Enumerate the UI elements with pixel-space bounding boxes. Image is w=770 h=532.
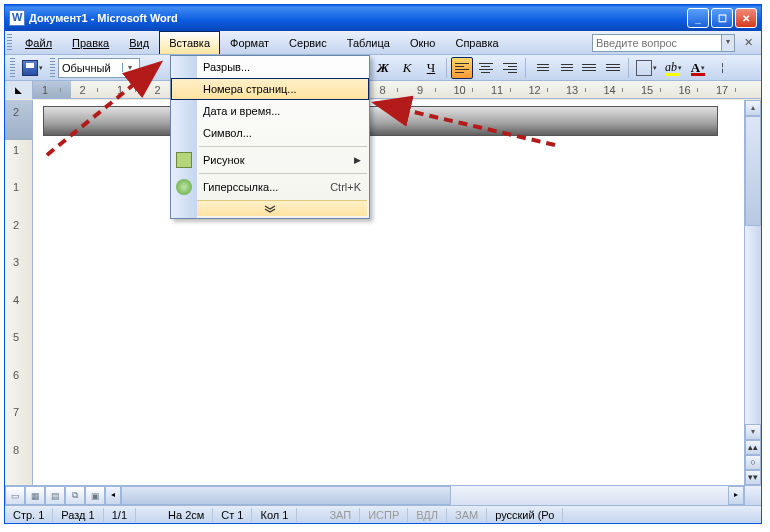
menu-file[interactable]: Файл	[15, 31, 62, 54]
vruler-tick: 5	[13, 331, 19, 343]
menubar-close-icon[interactable]: ✕	[741, 36, 755, 50]
bullet-list-button[interactable]	[554, 57, 576, 79]
borders-button[interactable]: ▾	[633, 57, 660, 79]
status-col[interactable]: Кол 1	[252, 508, 297, 522]
titlebar: Документ1 - Microsoft Word _ ☐ ✕	[5, 5, 761, 31]
view-and-hscroll-bar: ▭ ▦ ▤ ⧉ ▣ ◂ ▸	[5, 485, 761, 505]
ruler-tick: 11	[491, 84, 499, 96]
prev-page-button[interactable]: ▴▴	[745, 440, 761, 455]
window-title: Документ1 - Microsoft Word	[29, 12, 178, 24]
menu-edit[interactable]: Правка	[62, 31, 119, 54]
menu-item-break[interactable]: Разрыв...	[171, 56, 369, 78]
toolbar-grip[interactable]	[50, 58, 55, 78]
browse-object-button[interactable]: ○	[745, 455, 761, 470]
vruler-tick: 4	[13, 294, 19, 306]
menubar: Файл Правка Вид Вставка Формат Сервис Та…	[5, 31, 761, 55]
app-window: Документ1 - Microsoft Word _ ☐ ✕ Файл Пр…	[4, 4, 762, 524]
status-language[interactable]: русский (Ро	[487, 508, 563, 522]
page-top-edge	[43, 106, 718, 136]
vruler-tick: 2	[13, 106, 19, 118]
increase-indent-button[interactable]	[602, 57, 624, 79]
ruler-tick: 15	[641, 84, 649, 96]
chevron-down-icon	[264, 205, 276, 213]
menu-item-hyperlink[interactable]: Гиперссылка... Ctrl+K	[171, 176, 369, 198]
menu-item-page-numbers[interactable]: Номера страниц...	[171, 78, 369, 100]
underline-button[interactable]: Ч	[420, 57, 442, 79]
menu-item-symbol[interactable]: Символ...	[171, 122, 369, 144]
scroll-right-button[interactable]: ▸	[728, 486, 744, 505]
document-area: 2112345678 ▴ ▾ ▴▴ ○ ▾▾	[5, 100, 761, 485]
statusbar: Стр. 1 Разд 1 1/1 На 2см Ст 1 Кол 1 ЗАП …	[5, 505, 761, 523]
menu-tools[interactable]: Сервис	[279, 31, 337, 54]
save-button[interactable]: ▾	[19, 57, 46, 79]
align-right-button[interactable]	[499, 57, 521, 79]
vruler-tick: 7	[13, 406, 19, 418]
ruler-tick: 13	[566, 84, 574, 96]
help-search-input[interactable]	[592, 34, 722, 52]
status-at[interactable]: На 2см	[160, 508, 213, 522]
vertical-scrollbar[interactable]: ▴ ▾ ▴▴ ○ ▾▾	[744, 100, 761, 485]
menu-window[interactable]: Окно	[400, 31, 446, 54]
bold-button[interactable]: Ж	[372, 57, 394, 79]
menu-item-date-time[interactable]: Дата и время...	[171, 100, 369, 122]
menu-expand-button[interactable]	[173, 200, 367, 216]
align-left-button[interactable]	[451, 57, 473, 79]
picture-icon	[176, 152, 192, 168]
vruler-tick: 6	[13, 369, 19, 381]
close-button[interactable]: ✕	[735, 8, 757, 28]
status-trk[interactable]: ИСПР	[360, 508, 408, 522]
align-center-button[interactable]	[475, 57, 497, 79]
status-ovr[interactable]: ЗАМ	[447, 508, 487, 522]
word-app-icon	[9, 10, 25, 26]
decrease-indent-button[interactable]	[578, 57, 600, 79]
menu-help[interactable]: Справка	[445, 31, 508, 54]
scroll-left-button[interactable]: ◂	[105, 486, 121, 505]
menu-view[interactable]: Вид	[119, 31, 159, 54]
status-line[interactable]: Ст 1	[213, 508, 252, 522]
help-search-dropdown[interactable]: ▾	[722, 34, 735, 52]
font-color-button[interactable]: A▾	[687, 57, 709, 79]
ruler-tick: 9	[416, 84, 424, 96]
web-layout-view-button[interactable]: ▦	[25, 486, 45, 505]
toolbar-grip[interactable]	[10, 58, 15, 78]
status-rec[interactable]: ЗАП	[321, 508, 360, 522]
ruler-tick: 1	[41, 84, 49, 96]
normal-view-button[interactable]: ▭	[5, 486, 25, 505]
menu-insert[interactable]: Вставка	[159, 31, 220, 54]
vruler-tick: 1	[13, 144, 19, 156]
horizontal-scrollbar[interactable]: ◂ ▸	[105, 486, 761, 505]
menu-table[interactable]: Таблица	[337, 31, 400, 54]
next-page-button[interactable]: ▾▾	[745, 470, 761, 485]
toolbar-options-button[interactable]: ¦	[711, 57, 733, 79]
tab-selector[interactable]: ◣	[5, 81, 33, 99]
scroll-up-button[interactable]: ▴	[745, 100, 761, 116]
minimize-button[interactable]: _	[687, 8, 709, 28]
reading-view-button[interactable]: ▣	[85, 486, 105, 505]
status-ext[interactable]: ВДЛ	[408, 508, 447, 522]
status-page-count[interactable]: 1/1	[104, 508, 136, 522]
scroll-thumb[interactable]	[745, 116, 761, 226]
ruler-tick: 8	[379, 84, 387, 96]
menu-item-picture[interactable]: Рисунок▶	[171, 149, 369, 171]
print-layout-view-button[interactable]: ▤	[45, 486, 65, 505]
scroll-down-button[interactable]: ▾	[745, 424, 761, 440]
toolbar-grip[interactable]	[7, 34, 12, 51]
ruler-tick: 1	[116, 84, 124, 96]
ruler-tick: 10	[454, 84, 462, 96]
horizontal-ruler[interactable]: ◣ 121234567891011121314151617	[5, 81, 761, 99]
hscroll-thumb[interactable]	[121, 486, 451, 505]
maximize-button[interactable]: ☐	[711, 8, 733, 28]
vruler-tick: 3	[13, 256, 19, 268]
menu-format[interactable]: Формат	[220, 31, 279, 54]
document-canvas[interactable]	[33, 100, 744, 485]
highlight-button[interactable]: ab▾	[662, 57, 685, 79]
formatting-toolbar: ▾ Обычный▾ ▾ Ж К Ч ▾ ab▾ A▾ ¦	[5, 55, 761, 81]
numbered-list-button[interactable]	[530, 57, 552, 79]
style-selector[interactable]: Обычный▾	[58, 58, 140, 78]
ruler-tick: 12	[529, 84, 537, 96]
italic-button[interactable]: К	[396, 57, 418, 79]
outline-view-button[interactable]: ⧉	[65, 486, 85, 505]
status-section[interactable]: Разд 1	[53, 508, 103, 522]
status-page[interactable]: Стр. 1	[5, 508, 53, 522]
vertical-ruler[interactable]: 2112345678	[5, 100, 33, 485]
